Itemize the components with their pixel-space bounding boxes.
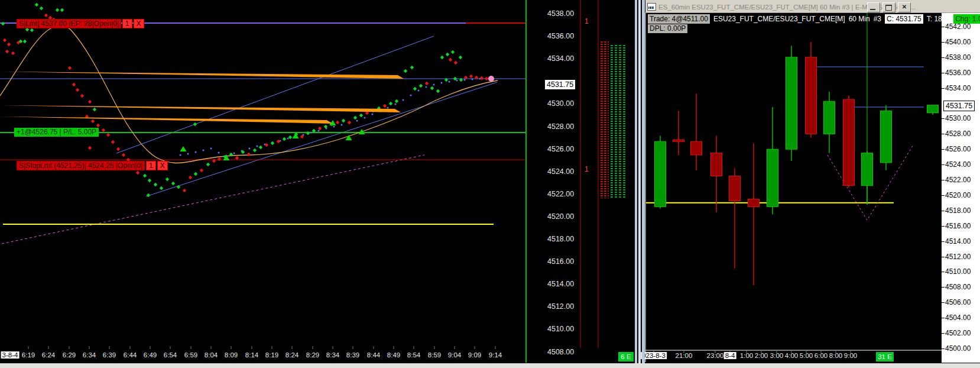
uptick-diamond [259,146,262,149]
window-splitter[interactable] [638,0,641,368]
candle-down [691,141,702,155]
time-axis-label: 5:00 [800,352,813,359]
candle-up [655,141,666,206]
sell-fills-rotated-text [601,41,609,198]
uptick-diamond [23,40,27,43]
uptick-diamond [430,86,434,90]
last-price-marker [488,76,494,82]
sell-limit-order-text: S|Lmt| 4537.00 |EP: 28|Open|0| [17,19,121,28]
candle-up [767,149,778,206]
time-axis-label: 6:19 [22,351,35,359]
uptick-diamond [451,50,455,54]
price-tick [942,241,945,242]
price-axis-label: 4522.00 [945,176,979,184]
trading-workspace: { "app": {"background": "#000000", "fram… [0,0,980,368]
restore-icon [885,5,892,11]
candle-down [729,176,741,201]
stop-limit-cancel-button[interactable]: X [157,161,168,170]
time-axis-label: 21:00 [676,352,693,359]
price-axis-label: 4504.00 [945,314,979,322]
sell-limit-qty-button[interactable]: 1 [122,19,132,28]
price-axis-label: 4518.00 [547,235,583,243]
restore-button[interactable] [882,2,895,12]
parabolic-dot [464,79,466,81]
sell-limit-order-label[interactable]: S|Lmt| 4537.00 |EP: 28|Open|0| 1 X [17,19,144,28]
downtick-diamond [383,104,387,108]
titlebar-buttons: ✕ [867,2,911,12]
price-axis-label: 4538.00 [547,9,583,18]
parabolic-dot [233,153,235,154]
downtick-diamond [102,128,105,132]
time-axis-label: 8:24 [285,351,298,359]
time-axis-label: 8:39 [346,351,359,359]
candle-up [862,153,873,186]
flag-marker [0,72,404,79]
time-axis-label: 3:00 [770,352,783,359]
uptick-diamond [193,122,197,126]
uptick-diamond [206,163,210,166]
downtick-diamond [348,121,351,124]
price-axis-label: 4500.00 [945,344,979,353]
parabolic-dot [180,154,181,156]
candle-up [824,101,835,134]
price-tick [942,272,945,272]
price-axis-label: 4540.00 [945,38,979,46]
uptick-diamond [147,193,150,197]
time-axis-label: 8:54 [407,351,420,359]
charts-vector-layer [0,0,980,368]
sell-limit-cancel-button[interactable]: X [134,19,144,28]
price-axis-label: 4514.00 [945,237,979,246]
stop-limit-qty-button[interactable]: 1 [146,161,156,170]
price-axis-label: 4526.00 [945,145,979,153]
stop-limit-order-label[interactable]: S|StopLmt (4521.25)| 4524.25 |Open|0| 1 … [17,161,168,170]
price-axis-label: 4528.00 [547,122,583,131]
right-status-badge[interactable]: 31 E [876,352,894,361]
downtick-diamond [449,58,452,62]
price-tick [942,211,945,211]
time-axis-label: 1:00 [740,352,753,359]
time-axis-label: 6:44 [124,351,137,359]
price-axis-label: 4514.00 [547,280,583,288]
uptick-diamond [56,8,59,12]
price-tick [942,57,945,58]
uptick-diamond [404,69,407,73]
downtick-diamond [469,75,473,78]
minimize-button[interactable] [867,2,880,12]
parabolic-dot [433,84,435,86]
parabolic-dot [287,138,289,140]
price-axis-label: 4526.00 [547,145,583,153]
right-current-price-box: 4531.75 [943,101,975,111]
time-axis-label: 8:44 [367,351,380,359]
close-button[interactable]: ✕ [898,2,911,12]
flag-marker [0,105,401,112]
downtick-diamond [122,153,125,157]
downtick-diamond [7,43,11,46]
left-status-badge[interactable]: 6 E [618,352,634,361]
right-window-titlebar[interactable]: ES_60min ESU23_FUT_CME/ESU23_FUT_CME[M] … [645,1,980,13]
price-axis-label: 4534.00 [945,84,979,92]
uptick-diamond [60,8,64,12]
parabolic-dot [195,151,197,153]
downtick-diamond [200,169,203,172]
candle-down [843,99,855,186]
parabolic-dot [257,146,258,147]
parabolic-dot [341,124,343,126]
uptick-diamond [342,119,345,122]
uptick-diamond [353,116,357,120]
price-tick [942,149,945,150]
time-axis-label: 9:00 [844,352,857,359]
price-tick [942,195,945,196]
downtick-diamond [91,120,95,123]
downtick-diamond [5,50,9,53]
price-tick [942,257,945,257]
uptick-diamond [283,137,286,141]
period-label: 60 Min [849,14,870,24]
parabolic-dot [249,148,251,150]
chart-icon [647,3,656,11]
buy-marker [180,146,187,151]
uptick-diamond [359,114,363,117]
downtick-diamond [189,176,192,179]
time-axis-label: 8:34 [326,351,339,359]
downtick-diamond [485,77,488,80]
time-axis-label: 9:14 [489,351,502,359]
